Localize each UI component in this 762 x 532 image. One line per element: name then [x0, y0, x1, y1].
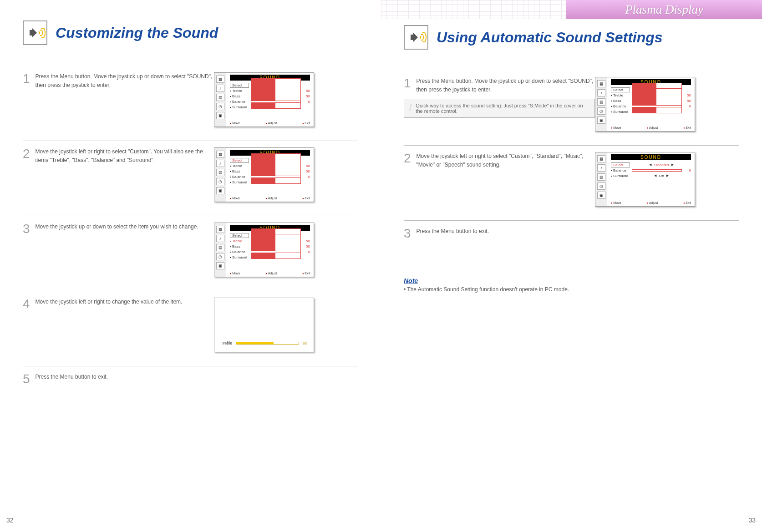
step-text: Press the Menu button. Move the joystick…: [417, 77, 595, 94]
note-body: • The Automatic Sound Setting function d…: [404, 286, 739, 293]
page-title-left: Customizing the Sound: [56, 25, 218, 41]
osd-screenshot: ▦♪▤◷▣ SOUND Select◀Custom▶ • Treble50 • …: [595, 77, 695, 132]
banner: Plasma Display: [381, 0, 762, 18]
osd-screenshot: ▦♪▤◷▣ SOUND Select◀Custom▶ • Treble50 • …: [214, 147, 314, 202]
step-number: 1: [23, 72, 30, 85]
step-text: Move the joystick left or right to selec…: [417, 152, 595, 169]
left-page: Customizing the Sound 1 Press the Menu b…: [0, 0, 381, 532]
step-text: Press the Menu button. Move the joystick…: [36, 72, 214, 90]
step-number: 2: [23, 147, 30, 160]
page-number: 32: [6, 517, 14, 524]
step-text: Press the Menu button to exit.: [36, 373, 108, 381]
step-number: 5: [23, 373, 30, 385]
step-number: 3: [23, 223, 30, 235]
right-page: Plasma Display Using Automatic Sound Set…: [381, 0, 762, 532]
step-text: Press the Menu button to exit.: [417, 227, 489, 236]
osd-screenshot: ▦♪▤◷▣ SOUND Select◀Custom▶ • Treble50 • …: [214, 72, 314, 127]
brand-text: Plasma Display: [625, 3, 703, 17]
step-text: Move the joystick left or right to chang…: [36, 298, 183, 306]
page-number: 33: [748, 517, 756, 524]
step-number: 1: [404, 77, 411, 94]
note-heading: Note: [404, 277, 739, 284]
step-number: 4: [23, 298, 30, 310]
exclamation-icon: !: [409, 103, 412, 114]
quick-tip-box: ! Quick way to access the sound setting:…: [404, 99, 595, 118]
step-text: Move the joystick up or down to select t…: [36, 223, 198, 231]
step-number: 2: [404, 152, 411, 165]
osd-screenshot: Treble 60: [214, 298, 314, 352]
step-text: Move the joystick left or right to selec…: [36, 147, 214, 165]
sound-icon: [23, 20, 47, 45]
page-title-right: Using Automatic Sound Settings: [437, 29, 663, 46]
osd-screenshot: ▦♪▤◷▣ SOUND Select◀Standard▶ • Balance0 …: [595, 152, 695, 207]
step-number: 3: [404, 227, 411, 240]
osd-screenshot: ▦♪▤◷▣ SOUND Select◀Custom▶ • Treble50 • …: [214, 223, 314, 277]
sound-icon: [404, 25, 428, 50]
